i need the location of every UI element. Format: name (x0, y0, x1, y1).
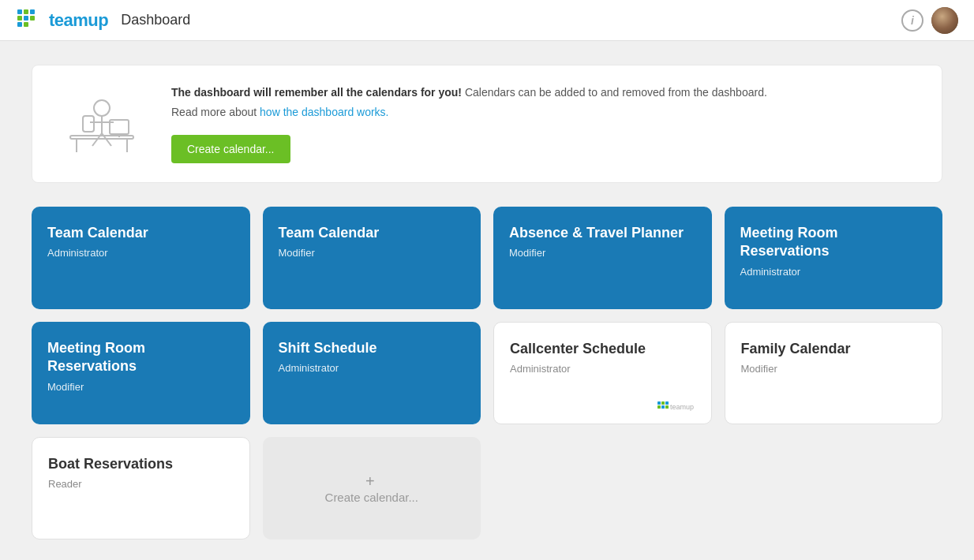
svg-rect-1 (24, 9, 28, 14)
calendar-title: Family Calendar (741, 340, 927, 358)
svg-rect-5 (30, 16, 35, 21)
teamup-logo-icon (16, 8, 41, 33)
svg-point-8 (94, 100, 110, 116)
create-calendar-banner-button[interactable]: Create calendar... (171, 135, 290, 163)
app-header: teamup Dashboard i (0, 0, 974, 41)
calendar-card-ss-admin[interactable]: Shift Schedule Administrator (263, 322, 481, 424)
calendar-title: Team Calendar (47, 224, 234, 242)
banner-read-more: Read more about how the dashboard works. (171, 104, 920, 121)
svg-rect-23 (661, 405, 665, 409)
calendar-role: Reader (48, 478, 234, 490)
svg-text:teamup: teamup (670, 403, 694, 411)
calendar-card-add-new[interactable]: + Create calendar... (263, 437, 481, 539)
svg-rect-0 (17, 9, 22, 14)
user-avatar[interactable] (931, 7, 958, 34)
avatar-image (931, 7, 958, 34)
main-content: The dashboard will remember all the cale… (0, 41, 974, 560)
dashboard-works-link[interactable]: how the dashboard works. (260, 106, 388, 118)
info-banner: The dashboard will remember all the cale… (32, 65, 942, 183)
add-calendar-label: Create calendar... (325, 491, 418, 504)
calendar-role: Modifier (741, 363, 927, 375)
calendar-card-cs-admin[interactable]: Callcenter Schedule Administrator teamup (493, 322, 712, 424)
calendar-role: Administrator (740, 266, 927, 278)
calendar-card-tc-modifier[interactable]: Team Calendar Modifier (263, 207, 481, 309)
page-title: Dashboard (121, 12, 190, 28)
app-name: teamup (49, 10, 108, 31)
calendar-grid: Team Calendar Administrator Team Calenda… (32, 207, 942, 539)
calendar-role: Modifier (47, 381, 234, 393)
calendar-title: Boat Reservations (48, 455, 234, 473)
calendar-card-fc-modifier[interactable]: Family Calendar Modifier (725, 322, 943, 424)
calendar-title: Callcenter Schedule (510, 340, 695, 358)
calendar-title: Team Calendar (279, 224, 466, 242)
svg-rect-2 (30, 9, 35, 14)
svg-rect-19 (657, 401, 661, 405)
banner-illustration (54, 92, 149, 155)
teamup-watermark: teamup (657, 401, 699, 413)
info-button[interactable]: i (901, 9, 923, 32)
svg-rect-20 (661, 401, 665, 405)
header-actions: i (901, 7, 958, 34)
svg-rect-13 (70, 136, 133, 139)
add-plus-icon: + (365, 472, 375, 491)
svg-rect-18 (83, 116, 94, 132)
svg-rect-22 (657, 405, 661, 409)
banner-description: The dashboard will remember all the cale… (171, 84, 920, 101)
calendar-card-mrr-admin[interactable]: Meeting Room Reservations Administrator (725, 207, 943, 309)
logo-area: teamup (16, 8, 108, 33)
desk-illustration (54, 92, 149, 155)
svg-rect-24 (665, 405, 669, 409)
calendar-card-atp-modifier[interactable]: Absence & Travel Planner Modifier (493, 207, 712, 309)
calendar-card-br-reader[interactable]: Boat Reservations Reader (32, 437, 250, 539)
svg-rect-21 (665, 401, 669, 405)
calendar-title: Meeting Room Reservations (47, 339, 234, 376)
calendar-role: Administrator (279, 362, 466, 374)
svg-rect-3 (17, 16, 22, 21)
calendar-role: Modifier (279, 247, 466, 259)
calendar-card-mrr-modifier[interactable]: Meeting Room Reservations Modifier (32, 322, 250, 424)
calendar-role: Administrator (47, 247, 234, 259)
calendar-role: Modifier (509, 247, 696, 259)
calendar-title: Meeting Room Reservations (740, 224, 927, 261)
calendar-role: Administrator (510, 363, 695, 375)
svg-rect-4 (24, 16, 28, 21)
svg-rect-7 (24, 22, 28, 27)
calendar-card-tc-admin[interactable]: Team Calendar Administrator (32, 207, 250, 309)
svg-rect-6 (17, 22, 22, 27)
calendar-title: Shift Schedule (279, 339, 466, 357)
calendar-title: Absence & Travel Planner (509, 224, 696, 242)
banner-text-area: The dashboard will remember all the cale… (171, 84, 920, 163)
